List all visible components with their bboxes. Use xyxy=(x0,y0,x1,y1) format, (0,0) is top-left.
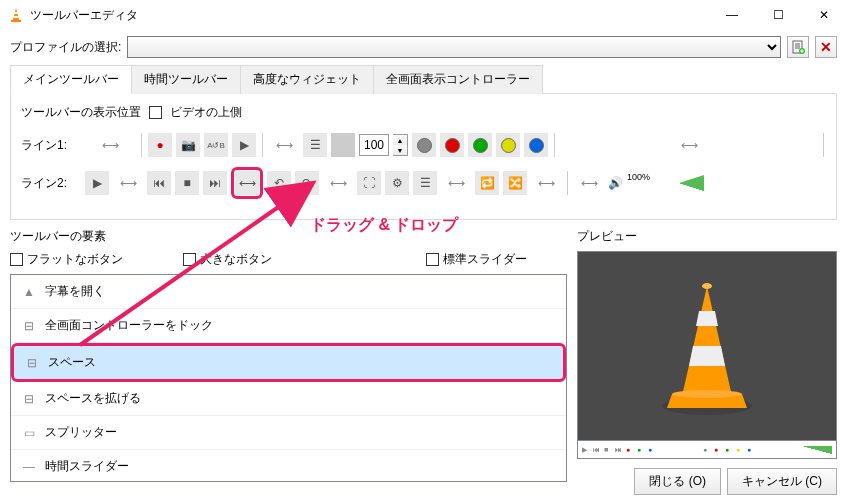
maximize-button[interactable]: ☐ xyxy=(755,0,801,30)
dragged-item-highlight: ⟷ xyxy=(231,167,263,199)
spacer-icon[interactable]: ⟷ xyxy=(561,138,817,152)
delete-profile-button[interactable]: ✕ xyxy=(815,36,837,58)
preview-panel: プレビュー ▶ ⏮ ■ ⏭ ● ● ● ● ● ● ● ● xyxy=(577,228,837,482)
frame-button[interactable]: ▶ xyxy=(232,133,256,157)
divider xyxy=(141,133,142,157)
line2-row: ライン2: ▶ ⟷ ⏮ ■ ⏭ ⟷ ↶ ↷ ⟷ ⛶ ⚙ ☰ ⟷ 🔁 🔀 ⟷ ⟷ … xyxy=(21,167,826,199)
zoom-input[interactable] xyxy=(359,134,389,156)
expand-spacer-icon: ⊟ xyxy=(21,392,37,406)
svg-rect-3 xyxy=(11,20,21,22)
playlist-button[interactable]: ☰ xyxy=(413,171,437,195)
time-slider-icon: — xyxy=(21,460,37,474)
svg-rect-1 xyxy=(14,12,19,14)
settings-button[interactable]: ⚙ xyxy=(385,171,409,195)
tab-fullscreen-controller[interactable]: 全画面表示コントローラー xyxy=(373,65,543,94)
native-checkbox[interactable] xyxy=(426,253,439,266)
element-list[interactable]: ▲字幕を開く ⊟全画面コントローラーをドック ⊟スペース ⊟スペースを拡げる ▭… xyxy=(10,274,567,482)
volume-slider[interactable] xyxy=(654,175,704,191)
spacer-icon[interactable]: ⟷ xyxy=(441,176,471,190)
vlc-cone-icon xyxy=(647,276,767,416)
mini-dot-icon: ● xyxy=(714,446,722,454)
mini-dot-icon: ● xyxy=(637,446,645,454)
flat-label: フラットなボタン xyxy=(27,251,123,268)
spacer-icon[interactable]: ⟷ xyxy=(85,138,135,152)
spacer-icon[interactable]: ⟷ xyxy=(269,138,299,152)
minimize-button[interactable]: — xyxy=(709,0,755,30)
big-checkbox[interactable] xyxy=(183,253,196,266)
mini-prev-icon: ⏮ xyxy=(593,446,601,454)
above-video-label: ビデオの上側 xyxy=(170,104,242,121)
mini-dot-icon: ● xyxy=(648,446,656,454)
spacer-icon[interactable]: ⟷ xyxy=(531,176,561,190)
color-grey-button[interactable] xyxy=(412,133,436,157)
fullscreen-button[interactable]: ⛶ xyxy=(357,171,381,195)
mini-volume-icon xyxy=(802,446,832,454)
close-button[interactable]: ✕ xyxy=(801,0,847,30)
divider xyxy=(554,133,555,157)
mini-dot-icon: ● xyxy=(725,446,733,454)
list-button[interactable]: ☰ xyxy=(303,133,327,157)
list-item[interactable]: —時間スライダー xyxy=(11,450,566,482)
volume-icon[interactable]: 🔊 xyxy=(608,176,623,190)
profile-label: プロファイルの選択: xyxy=(10,39,121,56)
play-button[interactable]: ▶ xyxy=(85,171,109,195)
profile-select[interactable] xyxy=(127,36,781,58)
next-button[interactable]: ⏭ xyxy=(203,171,227,195)
list-item[interactable]: ⊟スペースを拡げる xyxy=(11,382,566,416)
preview-box xyxy=(577,251,837,441)
flat-checkbox[interactable] xyxy=(10,253,23,266)
svg-point-7 xyxy=(702,283,712,289)
profile-row: プロファイルの選択: ✕ xyxy=(0,30,847,64)
divider xyxy=(567,171,568,195)
tab-advanced-widget[interactable]: 高度なウィジェット xyxy=(240,65,374,94)
snapshot-button[interactable]: 📷 xyxy=(176,133,200,157)
list-item-label: 時間スライダー xyxy=(45,458,129,475)
list-item-label: 字幕を開く xyxy=(45,283,105,300)
ab-loop-button[interactable]: A↺B xyxy=(204,133,228,157)
elements-title: ツールバーの要素 xyxy=(10,228,567,245)
svg-rect-2 xyxy=(14,16,18,18)
zoom-spinner[interactable]: ▲▼ xyxy=(393,134,408,156)
tab-content: ツールバーの表示位置 ビデオの上側 ライン1: ⟷ ● 📷 A↺B ▶ ⟷ ☰ … xyxy=(10,94,837,220)
svg-point-8 xyxy=(672,390,742,398)
spacer-button[interactable]: ⟷ xyxy=(235,171,259,195)
new-profile-button[interactable] xyxy=(787,36,809,58)
vlc-icon xyxy=(8,7,24,23)
color-red-button[interactable] xyxy=(440,133,464,157)
spin-down-icon[interactable]: ▼ xyxy=(393,145,407,155)
loop-button[interactable]: 🔁 xyxy=(475,171,499,195)
color-yellow-button[interactable] xyxy=(496,133,520,157)
list-item[interactable]: ▲字幕を開く xyxy=(11,275,566,309)
dock-icon: ⊟ xyxy=(21,319,37,333)
spacer-icon: ⊟ xyxy=(24,356,40,370)
volume-percent: 100% xyxy=(627,172,650,182)
spacer-icon[interactable]: ⟷ xyxy=(323,176,353,190)
record-button[interactable]: ● xyxy=(148,133,172,157)
preview-title: プレビュー xyxy=(577,228,837,245)
box-button[interactable] xyxy=(331,133,355,157)
mini-dot-icon: ● xyxy=(703,446,711,454)
above-video-checkbox[interactable] xyxy=(149,106,162,119)
tab-main-toolbar[interactable]: メインツールバー xyxy=(10,65,132,94)
close-dialog-button[interactable]: 閉じる (O) xyxy=(634,468,721,495)
list-item-spacer[interactable]: ⊟スペース xyxy=(11,343,566,382)
divider xyxy=(262,133,263,157)
shuffle-button[interactable]: 🔀 xyxy=(503,171,527,195)
spin-up-icon[interactable]: ▲ xyxy=(393,135,407,145)
mini-dot-icon: ● xyxy=(736,446,744,454)
loop-fwd-button[interactable]: ↷ xyxy=(295,171,319,195)
spacer-icon[interactable]: ⟷ xyxy=(574,176,604,190)
list-item[interactable]: ⊟全画面コントローラーをドック xyxy=(11,309,566,343)
window-title: ツールバーエディタ xyxy=(30,7,709,24)
loop-back-button[interactable]: ↶ xyxy=(267,171,291,195)
line1-row: ライン1: ⟷ ● 📷 A↺B ▶ ⟷ ☰ ▲▼ ⟷ xyxy=(21,133,826,157)
color-green-button[interactable] xyxy=(468,133,492,157)
list-item[interactable]: ▭スプリッター xyxy=(11,416,566,450)
prev-button[interactable]: ⏮ xyxy=(147,171,171,195)
list-item-label: スペースを拡げる xyxy=(45,390,141,407)
color-blue-button[interactable] xyxy=(524,133,548,157)
stop-button[interactable]: ■ xyxy=(175,171,199,195)
spacer-icon[interactable]: ⟷ xyxy=(113,176,143,190)
tab-time-toolbar[interactable]: 時間ツールバー xyxy=(131,65,241,94)
cancel-button[interactable]: キャンセル (C) xyxy=(727,468,837,495)
